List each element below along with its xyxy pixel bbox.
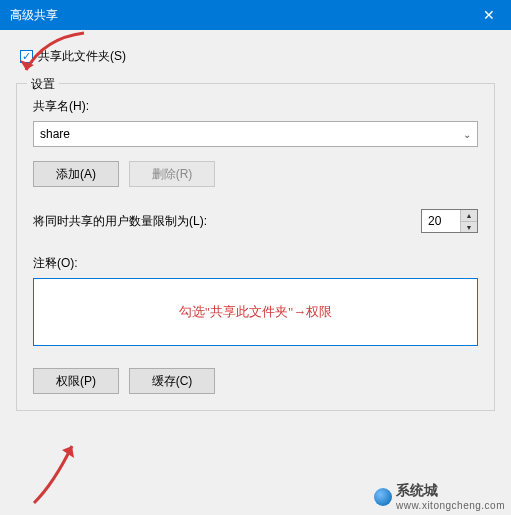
close-button[interactable]: ✕ bbox=[466, 0, 511, 30]
watermark-logo-icon bbox=[374, 488, 392, 506]
watermark: 系统城 www.xitongcheng.com bbox=[374, 482, 505, 511]
permissions-button[interactable]: 权限(P) bbox=[33, 368, 119, 394]
user-limit-input[interactable] bbox=[422, 210, 460, 232]
sharename-select[interactable]: share ⌄ bbox=[33, 121, 478, 147]
checkbox-icon[interactable]: ✓ bbox=[20, 50, 33, 63]
add-button[interactable]: 添加(A) bbox=[33, 161, 119, 187]
spinner-up-icon[interactable]: ▲ bbox=[461, 210, 477, 221]
annotation-text: 勾选"共享此文件夹"→权限 bbox=[179, 303, 333, 321]
watermark-name: 系统城 bbox=[396, 482, 505, 500]
watermark-text: 系统城 www.xitongcheng.com bbox=[396, 482, 505, 511]
titlebar: 高级共享 ✕ bbox=[0, 0, 511, 30]
user-limit-label: 将同时共享的用户数量限制为(L): bbox=[33, 213, 207, 230]
sharename-value: share bbox=[40, 127, 70, 141]
sharename-label: 共享名(H): bbox=[33, 98, 478, 115]
chevron-down-icon: ⌄ bbox=[463, 129, 471, 140]
watermark-domain: www.xitongcheng.com bbox=[396, 500, 505, 511]
remove-button: 删除(R) bbox=[129, 161, 215, 187]
user-limit-spinner[interactable]: ▲ ▼ bbox=[421, 209, 478, 233]
user-limit-row: 将同时共享的用户数量限制为(L): ▲ ▼ bbox=[33, 209, 478, 233]
perm-cache-row: 权限(P) 缓存(C) bbox=[33, 368, 478, 394]
dialog-content: ✓ 共享此文件夹(S) 设置 共享名(H): share ⌄ 添加(A) 删除(… bbox=[0, 30, 511, 515]
add-remove-row: 添加(A) 删除(R) bbox=[33, 161, 478, 187]
fieldset-legend: 设置 bbox=[27, 76, 59, 93]
comment-label: 注释(O): bbox=[33, 255, 478, 272]
spinner-down-icon[interactable]: ▼ bbox=[461, 221, 477, 232]
cache-button[interactable]: 缓存(C) bbox=[129, 368, 215, 394]
close-icon: ✕ bbox=[483, 7, 495, 23]
share-checkbox-row[interactable]: ✓ 共享此文件夹(S) bbox=[20, 48, 495, 65]
comment-input[interactable]: 勾选"共享此文件夹"→权限 bbox=[33, 278, 478, 346]
settings-fieldset: 设置 共享名(H): share ⌄ 添加(A) 删除(R) 将同时共享的用户数… bbox=[16, 83, 495, 411]
spinner-buttons: ▲ ▼ bbox=[460, 210, 477, 232]
share-checkbox-label: 共享此文件夹(S) bbox=[38, 48, 126, 65]
window-title: 高级共享 bbox=[10, 7, 58, 24]
